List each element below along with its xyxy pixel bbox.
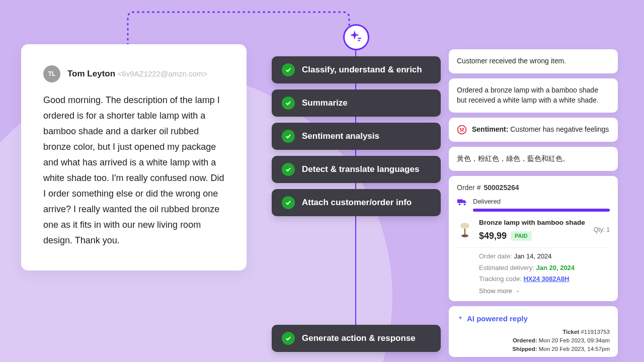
step-label: Summarize [302, 98, 348, 108]
check-icon [282, 97, 295, 110]
delivery-status: Delivered [473, 197, 501, 206]
svg-point-11 [461, 234, 468, 237]
email-body: Good morning. The description of the lam… [43, 93, 226, 248]
check-icon [282, 130, 295, 143]
svg-point-8 [464, 204, 466, 206]
ai-reply-card: AI powered reply Ticket #11913753 Ordere… [449, 306, 618, 357]
ai-reply-title: AI powered reply [457, 313, 610, 324]
order-tracking-row: Tracking code: HX24 3082A8H [479, 275, 610, 284]
result-classify: Customer received the wrong item. [449, 49, 618, 73]
delivery-progress [473, 209, 610, 212]
sender-email: <6v9AZ1222@amzn.com> [118, 69, 208, 78]
svg-rect-10 [464, 229, 465, 235]
sentiment-label: Sentiment: [472, 125, 508, 133]
step-translate[interactable]: Detect & translate languages [272, 156, 441, 183]
email-header: TL Tom Leyton <6v9AZ1222@amzn.com> [43, 65, 226, 82]
step-summarize[interactable]: Summarize [272, 89, 441, 117]
svg-point-4 [460, 128, 461, 129]
check-icon [282, 163, 295, 176]
email-card: TL Tom Leyton <6v9AZ1222@amzn.com> Good … [21, 44, 247, 270]
result-translate: 黃色，粉紅色，綠色，藍色和紅色。 [449, 147, 618, 171]
step-label: Detect & translate languages [302, 164, 419, 174]
step-label: Sentiment analysis [302, 131, 379, 141]
sad-face-icon [457, 125, 467, 135]
step-generate-response[interactable]: Generate action & response [272, 325, 441, 352]
step-attach-order[interactable]: Attach customer/order info [272, 189, 441, 216]
sender-name: Tom Leyton [67, 69, 115, 78]
svg-point-7 [459, 204, 461, 206]
truck-icon [457, 197, 468, 207]
step-label: Classify, understand & enrich [302, 65, 422, 75]
step-label: Generate action & response [302, 333, 416, 343]
step-label: Attach customer/order info [302, 198, 412, 208]
svg-point-5 [463, 128, 464, 129]
item-qty: Qty: 1 [594, 226, 610, 234]
ticket-meta: Ticket #11913753 Ordered: Mon 20 Feb 202… [457, 328, 610, 353]
order-date-row: Order date: Jan 14, 2024 [479, 252, 610, 261]
order-info-card: Order # 500025264 Delivered [449, 176, 618, 301]
step-classify[interactable]: Classify, understand & enrich [272, 56, 441, 83]
check-icon [282, 196, 295, 209]
order-item-row: Bronze lamp with bamboo shade $49,99 PAI… [457, 218, 610, 248]
sentiment-text: Customer has negative feelings [508, 125, 609, 133]
paid-badge: PAID [511, 231, 531, 241]
svg-point-3 [458, 125, 466, 134]
svg-point-9 [460, 223, 469, 229]
order-number: 500025264 [484, 183, 519, 193]
tracking-link[interactable]: HX24 3082A8H [523, 275, 569, 283]
item-name: Bronze lamp with bamboo shade [479, 218, 588, 227]
item-price: $49,99 [479, 230, 507, 243]
check-icon [282, 63, 295, 76]
result-summary: Ordered a bronze lamp with a bamboo shad… [449, 78, 618, 113]
svg-rect-6 [457, 200, 463, 203]
results-column: Customer received the wrong item. Ordere… [449, 49, 618, 357]
order-label: Order # [457, 183, 480, 193]
order-header: Order # 500025264 [457, 183, 610, 193]
workflow-column: Classify, understand & enrich Summarize … [272, 24, 441, 352]
item-thumbnail [457, 221, 473, 240]
check-icon [282, 332, 295, 345]
result-sentiment: Sentiment: Customer has negative feeling… [449, 118, 618, 142]
show-more-button[interactable]: Show more [479, 287, 610, 296]
chevron-down-icon [515, 289, 520, 294]
sparkle-icon [457, 315, 464, 322]
order-eta-row: Estimated delivery: Jan 20, 2024 [479, 263, 610, 273]
avatar: TL [43, 65, 60, 82]
step-sentiment[interactable]: Sentiment analysis [272, 123, 441, 150]
ai-sparkle-icon [343, 24, 369, 50]
